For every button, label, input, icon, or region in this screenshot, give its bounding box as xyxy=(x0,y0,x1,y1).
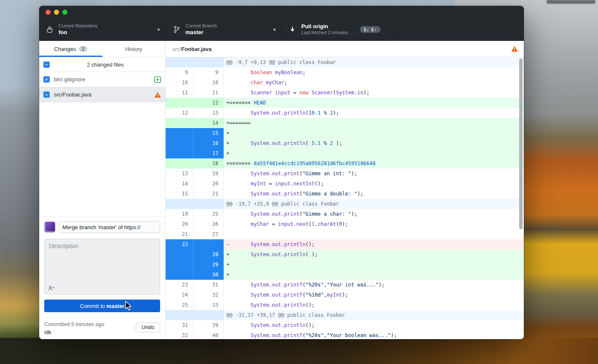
diff-line-content: - System.out.println(); xyxy=(224,239,524,249)
diff-new-line-number[interactable]: 16 xyxy=(193,138,224,148)
diff-old-line-number[interactable]: 24 xyxy=(166,290,193,300)
commit-button[interactable]: Commit to master xyxy=(44,300,160,312)
diff-new-line-number[interactable] xyxy=(193,199,224,209)
diff-new-line-number[interactable]: 30 xyxy=(193,270,224,280)
diff-old-line-number[interactable] xyxy=(166,118,193,128)
diff-new-line-number[interactable]: 10 xyxy=(193,78,224,88)
sidebar: Changes 2 History 2 changed files bin/.g… xyxy=(39,41,166,339)
diff-new-line-number[interactable]: 15 xyxy=(193,128,224,138)
code-token xyxy=(226,322,251,328)
tab-history[interactable]: History xyxy=(102,41,166,57)
diff-old-line-number[interactable] xyxy=(166,270,193,280)
commit-summary-input[interactable] xyxy=(59,221,160,233)
diff-file-path: src/Foobar.java xyxy=(172,46,511,52)
diff-old-line-number[interactable] xyxy=(166,98,193,108)
diff-new-line-number[interactable]: 40 xyxy=(193,330,224,339)
diff-old-line-number[interactable]: 13 xyxy=(166,169,193,179)
diff-old-line-number[interactable]: 32 xyxy=(166,330,193,339)
code-token: ( xyxy=(303,282,306,288)
diff-new-line-number[interactable] xyxy=(193,57,224,67)
diff-old-line-number[interactable]: 9 xyxy=(166,67,193,78)
diff-line-content: + xyxy=(224,128,524,138)
current-repository-label: Current Repository xyxy=(59,23,97,29)
pull-origin-button[interactable]: Pull origin Last fetched 2 minutes … 1↓ … xyxy=(282,19,397,40)
diff-old-line-number[interactable]: 25 xyxy=(166,300,193,310)
diff-new-line-number[interactable] xyxy=(193,310,224,320)
diff-old-line-number[interactable]: 10 xyxy=(166,78,193,88)
diff-new-line-number[interactable]: 13 xyxy=(193,108,224,118)
code-token: myInt xyxy=(327,292,342,298)
tab-changes[interactable]: Changes 2 xyxy=(39,41,102,57)
select-all-checkbox[interactable] xyxy=(43,62,50,68)
close-window-button[interactable] xyxy=(46,10,51,15)
diff-old-line-number[interactable]: 14 xyxy=(166,179,193,189)
diff-new-line-number[interactable]: 11 xyxy=(193,88,224,98)
diff-old-line-number[interactable]: 19 xyxy=(166,209,193,219)
file-row-foobar[interactable]: src/Foobar.java xyxy=(39,87,165,102)
diff-new-line-number[interactable]: 31 xyxy=(193,280,224,290)
file-checkbox[interactable] xyxy=(43,76,50,83)
diff-old-line-number[interactable] xyxy=(166,260,193,270)
diff-new-line-number[interactable] xyxy=(193,239,224,249)
code-token: input.next xyxy=(278,221,308,227)
minimize-window-button[interactable] xyxy=(54,10,59,15)
diff-old-line-number[interactable] xyxy=(166,128,193,138)
titlebar[interactable] xyxy=(39,6,524,19)
diff-old-line-number[interactable]: 23 xyxy=(166,280,193,290)
diff-new-line-number[interactable]: 26 xyxy=(193,219,224,229)
diff-scrollbar-thumb[interactable] xyxy=(519,59,523,229)
diff-old-line-number[interactable]: 12 xyxy=(166,108,193,118)
diff-new-line-number[interactable]: 20 xyxy=(193,179,224,189)
sidebar-tabs: Changes 2 History xyxy=(39,41,165,57)
diff-new-line-number[interactable]: 17 xyxy=(193,148,224,158)
diff-old-line-number[interactable]: 11 xyxy=(166,88,193,98)
zoom-window-button[interactable] xyxy=(62,10,67,15)
warning-triangle-icon xyxy=(154,91,161,98)
diff-old-line-number[interactable]: 21 xyxy=(166,229,193,239)
diff-old-line-number[interactable] xyxy=(166,249,193,260)
diff-old-line-number[interactable]: 22 xyxy=(166,239,193,249)
code-token: + xyxy=(226,130,229,136)
code-token: ( ); xyxy=(306,252,318,257)
diff-old-line-number[interactable] xyxy=(166,199,193,209)
current-branch-button[interactable]: Current Branch master xyxy=(166,19,282,40)
code-token: @@ -31,17 +39,17 @@ public class Foobar xyxy=(226,312,345,318)
diff-new-line-number[interactable]: 19 xyxy=(193,169,224,179)
code-token: ); xyxy=(363,90,369,96)
last-fetched-text: Last fetched 2 minutes … xyxy=(301,30,354,36)
diff-old-line-number[interactable]: 15 xyxy=(166,189,193,199)
code-token xyxy=(226,181,251,187)
diff-new-line-number[interactable]: 39 xyxy=(193,320,224,330)
undo-button[interactable]: Undo xyxy=(136,322,160,332)
diff-new-line-number[interactable]: 18 xyxy=(193,158,224,169)
diff-panel: src/Foobar.java @@ -9,7 +9,13 @@ public … xyxy=(166,41,524,339)
file-row-gitignore[interactable]: bin/.gitignore xyxy=(39,72,165,87)
code-token: (); xyxy=(306,302,315,308)
diff-new-line-number[interactable]: 28 xyxy=(193,249,224,260)
diff-old-line-number[interactable] xyxy=(166,158,193,169)
code-token: 10.1 xyxy=(308,110,321,116)
diff-old-line-number[interactable] xyxy=(166,57,193,67)
tab-changes-label: Changes xyxy=(54,46,76,52)
diff-new-line-number[interactable]: 33 xyxy=(193,300,224,310)
diff-old-line-number[interactable] xyxy=(166,310,193,320)
current-repository-button[interactable]: Current Repository foo xyxy=(39,19,166,40)
diff-new-line-number[interactable]: 32 xyxy=(193,290,224,300)
file-checkbox[interactable] xyxy=(43,91,50,98)
diff-new-line-number[interactable]: 25 xyxy=(193,209,224,219)
diff-new-line-number[interactable]: 21 xyxy=(193,189,224,199)
diff-new-line-number[interactable]: 12 xyxy=(193,98,224,108)
commit-description-input[interactable] xyxy=(45,239,160,281)
diff-new-line-number[interactable]: 27 xyxy=(193,229,224,239)
diff-old-line-number[interactable] xyxy=(166,148,193,158)
diff-old-line-number[interactable]: 20 xyxy=(166,219,193,229)
add-coauthor-icon[interactable] xyxy=(48,285,55,291)
code-token: input xyxy=(275,90,290,96)
toolbar: Current Repository foo Current Branch ma… xyxy=(39,19,524,41)
diff-new-line-number[interactable]: 9 xyxy=(193,67,224,78)
diff-new-line-number[interactable]: 29 xyxy=(193,260,224,270)
code-token: new xyxy=(299,90,308,96)
diff-old-line-number[interactable]: 31 xyxy=(166,320,193,330)
diff-new-line-number[interactable]: 14 xyxy=(193,118,224,128)
diff-old-line-number[interactable] xyxy=(166,138,193,148)
